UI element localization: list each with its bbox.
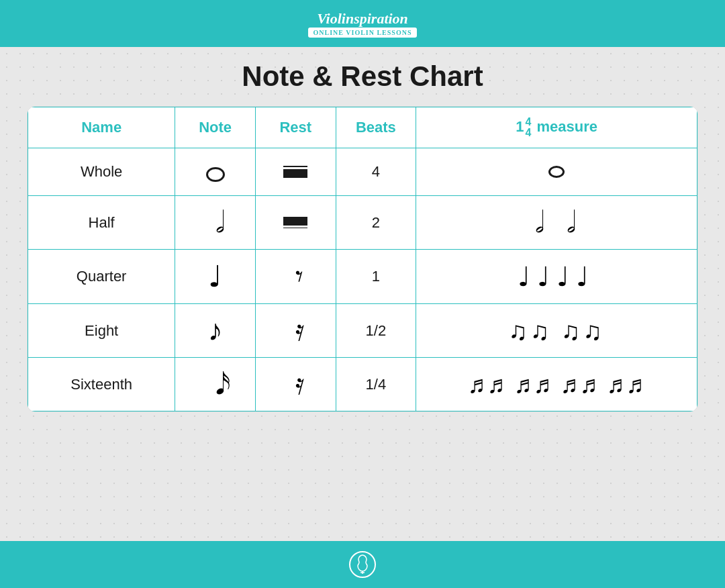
beats-whole: 4 xyxy=(336,148,416,196)
th-rest: Rest xyxy=(255,107,336,148)
rest-eight: 𝄿 xyxy=(255,304,336,358)
name-sixteenth: Sixteenth xyxy=(28,358,175,411)
table-row-half: Half 𝅗𝅥 2 𝅗𝅥 𝅗𝅥 xyxy=(28,196,697,250)
top-bar: Violinspiration Online Violin Lessons xyxy=(0,0,725,47)
logo-subtitle: Online Violin Lessons xyxy=(308,28,418,38)
th-name: Name xyxy=(28,107,175,148)
beats-sixteenth: 1/4 xyxy=(336,358,416,411)
violin-icon xyxy=(349,551,376,578)
th-beats: Beats xyxy=(336,107,416,148)
table-row-whole: Whole 4 xyxy=(28,148,697,196)
name-half: Half xyxy=(28,196,175,250)
note-quarter: ♩ xyxy=(175,250,256,304)
name-whole: Whole xyxy=(28,148,175,196)
rest-whole xyxy=(255,148,336,196)
page-title: Note & Rest Chart xyxy=(242,60,483,93)
measure-sixteenth: ♬♬ ♬♬ ♬♬ ♬♬ xyxy=(416,358,697,411)
beats-half: 2 xyxy=(336,196,416,250)
table-row-eight: Eight ♪ 𝄿 1/2 ♫♫ ♫♫ xyxy=(28,304,697,358)
note-half: 𝅗𝅥 xyxy=(175,196,256,250)
logo-text: Violinspiration xyxy=(317,10,408,28)
beats-quarter: 1 xyxy=(336,250,416,304)
measure-whole xyxy=(416,148,697,196)
measure-eight: ♫♫ ♫♫ xyxy=(416,304,697,358)
measure-half: 𝅗𝅥 𝅗𝅥 xyxy=(416,196,697,250)
rest-sixteenth: 𝄿 xyxy=(255,358,336,411)
logo-container: Violinspiration Online Violin Lessons xyxy=(308,10,418,38)
note-sixteenth: 𝅘𝅥𝅯 xyxy=(175,358,256,411)
th-note: Note xyxy=(175,107,256,148)
th-measure: 144 measure xyxy=(416,107,697,148)
table-header-row: Name Note Rest Beats 144 measure xyxy=(28,107,697,148)
name-quarter: Quarter xyxy=(28,250,175,304)
table-row-quarter: Quarter ♩ 𝄾 1 ♩♩♩♩ xyxy=(28,250,697,304)
bottom-bar xyxy=(0,541,725,588)
rest-half xyxy=(255,196,336,250)
beats-eight: 1/2 xyxy=(336,304,416,358)
rest-quarter: 𝄾 xyxy=(255,250,336,304)
name-eight: Eight xyxy=(28,304,175,358)
main-content: Note & Rest Chart Name Note Rest Beats 1… xyxy=(0,47,725,541)
measure-quarter: ♩♩♩♩ xyxy=(416,250,697,304)
note-whole xyxy=(175,148,256,196)
note-rest-table: Name Note Rest Beats 144 measure Whole xyxy=(28,107,697,411)
table-row-sixteenth: Sixteenth 𝅘𝅥𝅯 𝄿 1/4 ♬♬ ♬♬ ♬♬ ♬♬ xyxy=(28,358,697,411)
chart-container: Name Note Rest Beats 144 measure Whole xyxy=(27,106,698,412)
note-eight: ♪ xyxy=(175,304,256,358)
